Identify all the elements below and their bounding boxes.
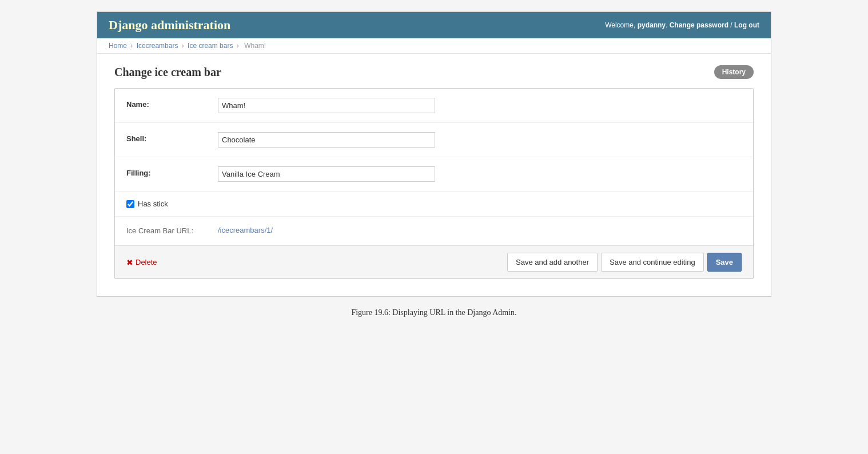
name-input-wrapper <box>218 98 435 113</box>
breadcrumb-ice-cream-bars[interactable]: Ice cream bars <box>188 42 233 50</box>
breadcrumb: Home › Icecreambars › Ice cream bars › W… <box>97 38 771 54</box>
url-value: /icecreambars/1/ <box>218 226 273 234</box>
site-title: Django administration <box>109 18 230 33</box>
shell-label: Shell: <box>126 132 218 143</box>
breadcrumb-sep3: › <box>237 42 241 50</box>
delete-icon: ✖ <box>126 258 133 267</box>
breadcrumb-home[interactable]: Home <box>109 42 127 50</box>
page-title: Change ice cream bar <box>114 66 221 79</box>
logout-link[interactable]: Log out <box>734 21 759 29</box>
has-stick-row: Has stick <box>115 192 753 217</box>
history-button[interactable]: History <box>714 65 754 79</box>
form-container: Name: Shell: Filling: <box>114 88 754 279</box>
breadcrumb-sep2: › <box>182 42 186 50</box>
welcome-text: Welcome, <box>605 21 637 29</box>
submit-row: ✖ Delete Save and add another Save and c… <box>115 245 753 278</box>
breadcrumb-icecreambars[interactable]: Icecreambars <box>137 42 178 50</box>
url-link[interactable]: /icecreambars/1/ <box>218 226 273 234</box>
header: Django administration Welcome, pydanny. … <box>97 12 771 38</box>
username-link[interactable]: pydanny <box>638 21 666 29</box>
figure-caption: Figure 19.6: Displaying URL in the Djang… <box>351 308 516 317</box>
shell-input[interactable] <box>218 132 435 148</box>
name-field-row: Name: <box>115 89 753 123</box>
save-button[interactable]: Save <box>707 253 742 272</box>
page-header: Change ice cream bar History <box>114 65 754 79</box>
admin-window: Django administration Welcome, pydanny. … <box>97 11 771 297</box>
name-label: Name: <box>126 98 218 109</box>
change-password-link[interactable]: Change password <box>670 21 728 29</box>
filling-field-row: Filling: <box>115 157 753 192</box>
breadcrumb-sep1: › <box>130 42 134 50</box>
delete-link[interactable]: ✖ Delete <box>126 258 157 267</box>
filling-label: Filling: <box>126 166 218 177</box>
has-stick-label[interactable]: Has stick <box>138 200 168 208</box>
delete-label: Delete <box>136 258 157 266</box>
url-label: Ice Cream Bar URL: <box>126 226 218 236</box>
breadcrumb-current: Wham! <box>244 42 266 50</box>
has-stick-checkbox[interactable] <box>126 200 134 208</box>
submit-buttons: Save and add another Save and continue e… <box>507 253 742 272</box>
header-user-info: Welcome, pydanny. Change password / Log … <box>605 21 759 29</box>
shell-input-wrapper <box>218 132 435 148</box>
filling-input[interactable] <box>218 166 435 182</box>
shell-field-row: Shell: <box>115 123 753 157</box>
save-add-another-button[interactable]: Save and add another <box>507 253 598 272</box>
name-input[interactable] <box>218 98 435 113</box>
save-continue-button[interactable]: Save and continue editing <box>601 253 704 272</box>
separator: / <box>730 21 734 29</box>
url-row: Ice Cream Bar URL: /icecreambars/1/ <box>115 217 753 245</box>
content-area: Change ice cream bar History Name: Shell… <box>97 54 771 296</box>
filling-input-wrapper <box>218 166 435 182</box>
